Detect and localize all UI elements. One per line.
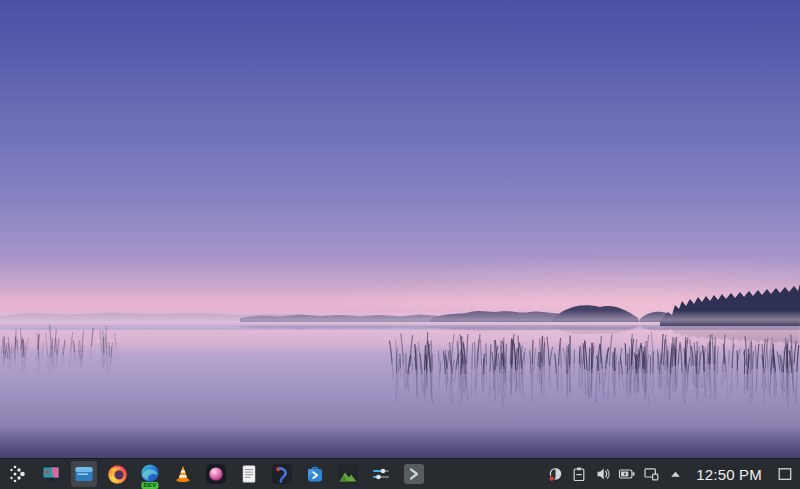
- firefox-icon: [106, 463, 129, 486]
- monitor-media-app-button[interactable]: [38, 461, 64, 487]
- task-icons: DEV: [5, 461, 427, 487]
- firefox-button[interactable]: [104, 461, 130, 487]
- dotted-chevron-launcher-icon: [7, 463, 29, 485]
- grey-chevron-box-icon: [403, 463, 425, 485]
- settings-sliders-button[interactable]: [368, 461, 394, 487]
- white-document-icon: [238, 463, 260, 485]
- app-launcher-button[interactable]: [5, 461, 31, 487]
- monitor-media-icon: [40, 463, 62, 485]
- desktop[interactable]: DEV: [0, 0, 800, 489]
- traffic-cone-icon: [172, 463, 194, 485]
- software-center-button[interactable]: [302, 461, 328, 487]
- battery-button[interactable]: [618, 463, 636, 485]
- red-blue-swoosh-icon: [271, 463, 293, 485]
- blue-bag-chevron-icon: [304, 463, 326, 485]
- tray-expand-button[interactable]: [666, 463, 684, 485]
- image-viewer-button[interactable]: [335, 461, 361, 487]
- clipboard-icon: [571, 466, 587, 483]
- edge-dev-button[interactable]: DEV: [137, 461, 163, 487]
- status-notifier-button[interactable]: [546, 463, 564, 485]
- chevron-up-icon: [669, 468, 682, 481]
- pink-orb-icon: [205, 463, 227, 485]
- dual-sliders-icon: [370, 463, 392, 485]
- taskbar-panel: DEV: [0, 458, 800, 489]
- battery-icon: [618, 466, 636, 482]
- edge-dev-badge: DEV: [141, 482, 158, 489]
- volume-icon: [595, 466, 611, 482]
- display-connect-button[interactable]: [642, 463, 660, 485]
- clipboard-button[interactable]: [570, 463, 588, 485]
- text-editor-button[interactable]: [236, 461, 262, 487]
- clock[interactable]: 12:50 PM: [696, 466, 762, 483]
- volume-button[interactable]: [594, 463, 612, 485]
- graphics-app-button[interactable]: [269, 461, 295, 487]
- haruna-media-player-button[interactable]: [203, 461, 229, 487]
- status-notifier-icon: [547, 466, 564, 483]
- vlc-button[interactable]: [170, 461, 196, 487]
- file-manager-button[interactable]: [71, 461, 97, 487]
- show-desktop-button[interactable]: [776, 463, 794, 485]
- show-desktop-icon: [777, 466, 793, 482]
- system-tray: 12:50 PM: [546, 463, 800, 485]
- terminal-button[interactable]: [401, 461, 427, 487]
- green-mountains-icon: [337, 463, 359, 485]
- blue-folder-icon: [73, 463, 95, 485]
- display-connect-icon: [643, 466, 660, 482]
- wallpaper-scene: [0, 0, 800, 458]
